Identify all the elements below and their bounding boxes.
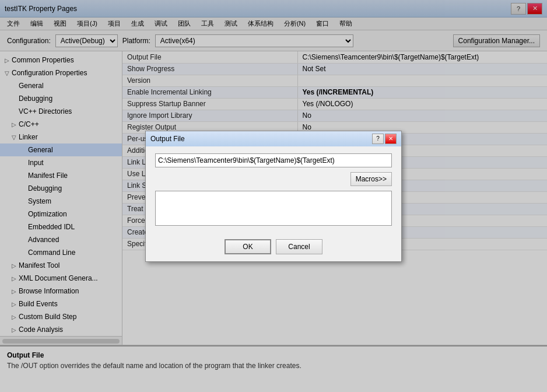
macros-button[interactable]: Macros>> [350, 172, 392, 186]
modal-title-bar: Output File ? ✕ [146, 131, 401, 146]
modal-body: Macros>> [146, 146, 401, 235]
modal-footer: OK Cancel [146, 235, 401, 261]
modal-overlay: Output File ? ✕ Macros>> OK Cancel [0, 0, 547, 392]
modal-title: Output File [150, 135, 185, 143]
modal-title-buttons: ? ✕ [372, 134, 397, 144]
output-file-input[interactable] [155, 153, 392, 167]
modal-actions-row: Macros>> [155, 172, 392, 186]
modal-cancel-button[interactable]: Cancel [276, 239, 322, 254]
modal-help-button[interactable]: ? [372, 134, 384, 144]
modal-ok-button[interactable]: OK [225, 239, 271, 254]
output-file-dialog: Output File ? ✕ Macros>> OK Cancel [145, 131, 402, 262]
modal-textarea[interactable] [155, 191, 392, 226]
modal-close-button[interactable]: ✕ [385, 134, 397, 144]
